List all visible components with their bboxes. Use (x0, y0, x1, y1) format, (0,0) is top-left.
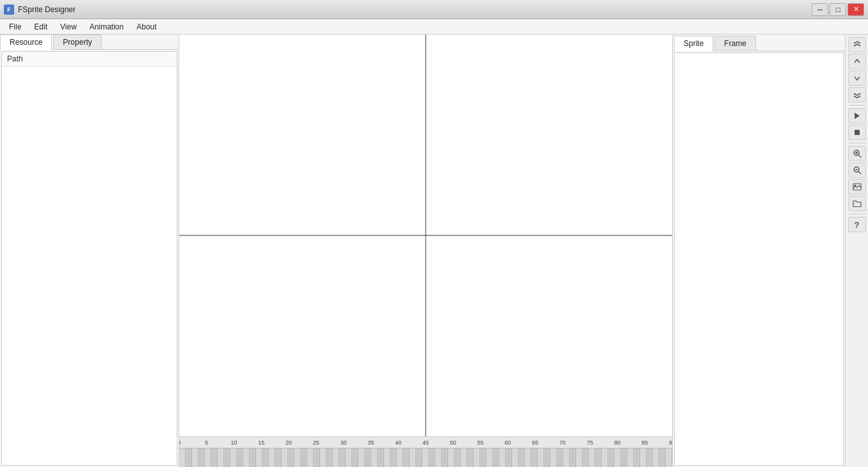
frame-cell[interactable] (282, 448, 288, 467)
frame-cell[interactable] (333, 448, 339, 467)
menu-edit[interactable]: Edit (28, 21, 54, 33)
tab-frame[interactable]: Frame (714, 36, 756, 51)
frame-cell[interactable] (307, 448, 314, 467)
frame-cell[interactable] (250, 448, 256, 467)
frame-cell[interactable] (294, 448, 301, 467)
frame-cell[interactable] (512, 448, 518, 467)
frame-cell[interactable] (608, 448, 615, 467)
frame-cell[interactable] (390, 448, 397, 467)
zoom-out-button[interactable] (848, 162, 866, 178)
frame-cell[interactable] (339, 448, 346, 467)
frame-cell[interactable] (288, 448, 294, 467)
frame-cell[interactable] (480, 448, 486, 467)
frame-cell[interactable] (262, 448, 269, 467)
frame-cell[interactable] (320, 448, 326, 467)
tab-sprite[interactable]: Sprite (674, 36, 713, 51)
frame-cell[interactable] (435, 448, 442, 467)
frame-cell[interactable] (461, 448, 467, 467)
move-up-top-button[interactable] (848, 37, 866, 52)
frame-cell[interactable] (269, 448, 275, 467)
frame-cell[interactable] (179, 448, 186, 467)
frame-cell[interactable] (615, 448, 621, 467)
frame-cell[interactable] (531, 448, 538, 467)
frame-cell[interactable] (346, 448, 352, 467)
frame-cell[interactable] (454, 448, 461, 467)
frame-cell[interactable] (486, 448, 493, 467)
frame-cell[interactable] (634, 448, 640, 467)
frame-cell[interactable] (326, 448, 333, 467)
frame-cell[interactable] (237, 448, 243, 467)
center-canvas-area[interactable]: 051015202530354045505560657075808590 (179, 35, 672, 467)
frame-cell[interactable] (422, 448, 429, 467)
frame-cell[interactable] (358, 448, 365, 467)
maximize-button[interactable]: □ (830, 3, 846, 16)
menu-view[interactable]: View (54, 21, 83, 33)
zoom-in-button[interactable] (848, 146, 866, 161)
menu-animation[interactable]: Animation (83, 21, 130, 33)
frame-cell[interactable] (410, 448, 416, 467)
tab-property[interactable]: Property (53, 35, 101, 49)
frame-cell[interactable] (602, 448, 608, 467)
frame-cell[interactable] (544, 448, 551, 467)
stop-button[interactable] (848, 125, 866, 140)
frame-cell[interactable] (557, 448, 563, 467)
frame-cell[interactable] (448, 448, 454, 467)
frame-cell[interactable] (659, 448, 666, 467)
folder-button[interactable] (848, 196, 866, 211)
frame-cell[interactable] (640, 448, 647, 467)
frame-cell[interactable] (186, 448, 192, 467)
menu-file[interactable]: File (3, 21, 28, 33)
frame-cell[interactable] (589, 448, 595, 467)
canvas[interactable] (179, 35, 672, 436)
frame-cell[interactable] (474, 448, 480, 467)
close-button[interactable]: ✕ (848, 3, 864, 16)
tab-resource[interactable]: Resource (0, 35, 52, 50)
frame-cell[interactable] (538, 448, 544, 467)
frame-cell[interactable] (499, 448, 506, 467)
move-up-button[interactable] (848, 54, 866, 69)
frame-cell[interactable] (205, 448, 211, 467)
frame-cell[interactable] (224, 448, 230, 467)
frame-cell[interactable] (493, 448, 499, 467)
frame-cell[interactable] (416, 448, 422, 467)
frame-cell[interactable] (666, 448, 672, 467)
frame-cell[interactable] (211, 448, 218, 467)
image-button[interactable] (848, 179, 866, 194)
help-button[interactable]: ? (848, 217, 866, 232)
frame-cell[interactable] (384, 448, 390, 467)
frame-cell[interactable] (378, 448, 384, 467)
frame-cell[interactable] (403, 448, 410, 467)
frame-cell[interactable] (467, 448, 474, 467)
frame-cell[interactable] (570, 448, 576, 467)
frame-cell[interactable] (583, 448, 589, 467)
frame-cell[interactable] (627, 448, 634, 467)
frame-cell[interactable] (243, 448, 250, 467)
frame-cell[interactable] (230, 448, 237, 467)
frame-cell[interactable] (551, 448, 557, 467)
frame-cell[interactable] (301, 448, 307, 467)
frame-cell[interactable] (218, 448, 224, 467)
frame-cell[interactable] (576, 448, 583, 467)
move-down-button[interactable] (848, 70, 866, 86)
frame-cell[interactable] (314, 448, 320, 467)
frame-cell[interactable] (518, 448, 525, 467)
frame-cell[interactable] (192, 448, 198, 467)
frame-cell[interactable] (442, 448, 448, 467)
move-down-bottom-button[interactable] (848, 87, 866, 102)
frame-cell[interactable] (397, 448, 403, 467)
frame-cell[interactable] (371, 448, 378, 467)
play-button[interactable] (848, 108, 866, 123)
frame-cell[interactable] (595, 448, 602, 467)
frame-cell[interactable] (365, 448, 371, 467)
frame-cell[interactable] (275, 448, 282, 467)
frame-cell[interactable] (198, 448, 205, 467)
frame-cell[interactable] (256, 448, 262, 467)
frame-cell[interactable] (647, 448, 653, 467)
frame-cell[interactable] (525, 448, 531, 467)
frame-cell[interactable] (506, 448, 512, 467)
frame-cell[interactable] (653, 448, 659, 467)
frame-cell[interactable] (621, 448, 627, 467)
minimize-button[interactable]: ─ (812, 3, 828, 16)
frame-cell[interactable] (563, 448, 570, 467)
frame-cell[interactable] (429, 448, 435, 467)
